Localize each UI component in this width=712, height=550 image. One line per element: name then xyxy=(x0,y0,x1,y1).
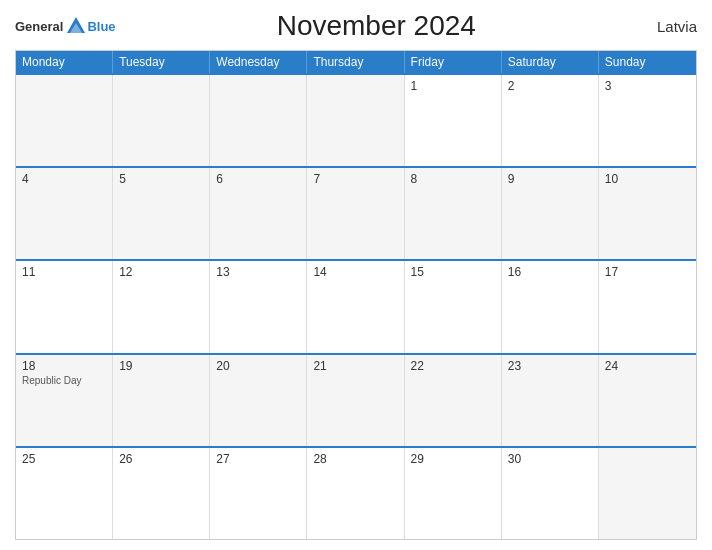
day-cell: 11 xyxy=(16,261,113,352)
header-saturday: Saturday xyxy=(502,51,599,73)
day-cell: 5 xyxy=(113,168,210,259)
header-monday: Monday xyxy=(16,51,113,73)
header-sunday: Sunday xyxy=(599,51,696,73)
day-number: 4 xyxy=(22,172,106,186)
day-number: 30 xyxy=(508,452,592,466)
calendar-title: November 2024 xyxy=(116,10,637,42)
day-cell xyxy=(599,448,696,539)
day-number: 20 xyxy=(216,359,300,373)
week-row: 252627282930 xyxy=(16,446,696,539)
day-number: 7 xyxy=(313,172,397,186)
day-cell: 20 xyxy=(210,355,307,446)
day-number: 5 xyxy=(119,172,203,186)
logo-icon xyxy=(65,15,87,37)
day-cell: 1 xyxy=(405,75,502,166)
day-cell: 25 xyxy=(16,448,113,539)
day-number: 21 xyxy=(313,359,397,373)
day-cell: 28 xyxy=(307,448,404,539)
day-cell: 22 xyxy=(405,355,502,446)
header-wednesday: Wednesday xyxy=(210,51,307,73)
day-cell: 10 xyxy=(599,168,696,259)
day-cell: 17 xyxy=(599,261,696,352)
logo: General Blue xyxy=(15,15,116,37)
day-number: 25 xyxy=(22,452,106,466)
day-number: 12 xyxy=(119,265,203,279)
calendar-grid: Monday Tuesday Wednesday Thursday Friday… xyxy=(15,50,697,540)
day-number: 14 xyxy=(313,265,397,279)
day-number: 9 xyxy=(508,172,592,186)
day-cell: 9 xyxy=(502,168,599,259)
day-cell xyxy=(210,75,307,166)
day-cell: 29 xyxy=(405,448,502,539)
day-cell xyxy=(113,75,210,166)
day-cell: 15 xyxy=(405,261,502,352)
day-number: 17 xyxy=(605,265,690,279)
day-number: 11 xyxy=(22,265,106,279)
logo-blue-text: Blue xyxy=(87,19,115,34)
day-cell: 13 xyxy=(210,261,307,352)
day-number: 8 xyxy=(411,172,495,186)
day-cell: 6 xyxy=(210,168,307,259)
day-number: 26 xyxy=(119,452,203,466)
day-number: 6 xyxy=(216,172,300,186)
day-cell: 16 xyxy=(502,261,599,352)
week-row: 123 xyxy=(16,73,696,166)
week-row: 45678910 xyxy=(16,166,696,259)
day-number: 13 xyxy=(216,265,300,279)
day-cell: 27 xyxy=(210,448,307,539)
header-thursday: Thursday xyxy=(307,51,404,73)
day-cell: 7 xyxy=(307,168,404,259)
day-cell: 26 xyxy=(113,448,210,539)
day-cell: 30 xyxy=(502,448,599,539)
day-number: 24 xyxy=(605,359,690,373)
day-number: 29 xyxy=(411,452,495,466)
week-row: 11121314151617 xyxy=(16,259,696,352)
day-number: 19 xyxy=(119,359,203,373)
day-cell: 23 xyxy=(502,355,599,446)
day-number: 15 xyxy=(411,265,495,279)
day-number: 10 xyxy=(605,172,690,186)
day-cell: 14 xyxy=(307,261,404,352)
day-number: 2 xyxy=(508,79,592,93)
logo-general-text: General xyxy=(15,19,63,34)
header: General Blue November 2024 Latvia xyxy=(15,10,697,42)
day-headers-row: Monday Tuesday Wednesday Thursday Friday… xyxy=(16,51,696,73)
calendar-page: General Blue November 2024 Latvia Monday… xyxy=(0,0,712,550)
day-number: 23 xyxy=(508,359,592,373)
day-number: 18 xyxy=(22,359,106,373)
day-cell: 4 xyxy=(16,168,113,259)
day-number: 3 xyxy=(605,79,690,93)
day-cell: 18Republic Day xyxy=(16,355,113,446)
day-number: 1 xyxy=(411,79,495,93)
country-label: Latvia xyxy=(637,18,697,35)
day-number: 28 xyxy=(313,452,397,466)
holiday-label: Republic Day xyxy=(22,375,106,386)
day-cell: 8 xyxy=(405,168,502,259)
day-cell xyxy=(16,75,113,166)
day-cell: 19 xyxy=(113,355,210,446)
header-friday: Friday xyxy=(405,51,502,73)
header-tuesday: Tuesday xyxy=(113,51,210,73)
day-cell: 24 xyxy=(599,355,696,446)
day-number: 16 xyxy=(508,265,592,279)
day-cell: 21 xyxy=(307,355,404,446)
day-cell: 2 xyxy=(502,75,599,166)
day-number: 22 xyxy=(411,359,495,373)
day-cell: 3 xyxy=(599,75,696,166)
day-cell: 12 xyxy=(113,261,210,352)
week-row: 18Republic Day192021222324 xyxy=(16,353,696,446)
day-number: 27 xyxy=(216,452,300,466)
day-cell xyxy=(307,75,404,166)
weeks-container: 123456789101112131415161718Republic Day1… xyxy=(16,73,696,539)
